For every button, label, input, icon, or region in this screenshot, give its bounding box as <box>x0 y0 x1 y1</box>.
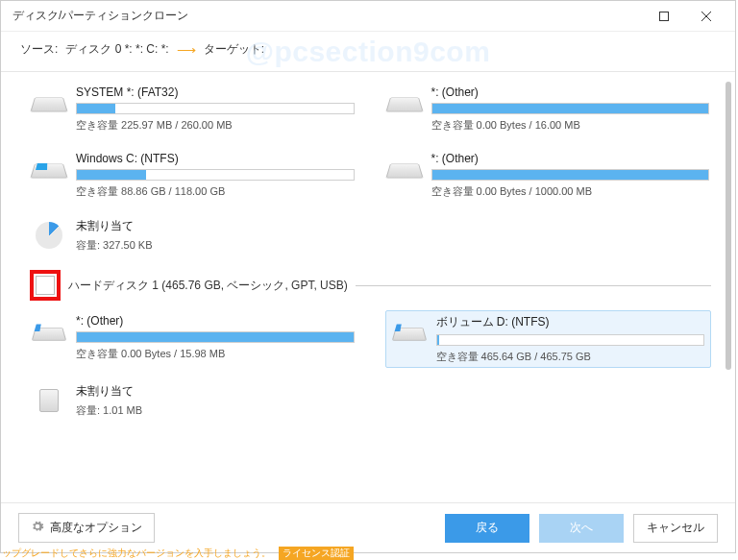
cancel-button[interactable]: キャンセル <box>633 514 718 543</box>
partition-body: Windows C: (NTFS) 空き容量 88.86 GB / 118.00… <box>76 152 355 199</box>
window-title: ディスク/パーティションクローン <box>9 8 643 24</box>
partition-d1-1[interactable]: ボリューム D: (NTFS) 空き容量 465.64 GB / 465.75 … <box>385 310 712 368</box>
partition-info: 容量: 1.01 MB <box>76 403 355 418</box>
partition-icon <box>392 316 427 345</box>
partition-d1-0[interactable]: *: (Other) 空き容量 0.00 Bytes / 15.98 MB <box>30 310 357 368</box>
svg-rect-0 <box>660 12 669 20</box>
arrow-right-icon: ⟶ <box>177 42 196 58</box>
usage-bar <box>76 331 355 343</box>
source-value: ディスク 0 *: *: C: *: <box>65 41 168 58</box>
disk1-header: ハードディスク 1 (465.76 GB, ベーシック, GPT, USB) <box>30 270 711 301</box>
scrollbar-thumb[interactable] <box>726 82 731 370</box>
partition-icon <box>32 154 66 183</box>
partition-info: 空き容量 0.00 Bytes / 1000.00 MB <box>431 184 710 199</box>
partition-body: 未割り当て 容量: 1.01 MB <box>76 383 355 418</box>
usage-bar <box>436 334 705 346</box>
partition-info: 空き容量 88.86 GB / 118.00 GB <box>76 184 355 199</box>
partition-top-2[interactable]: Windows C: (NTFS) 空き容量 88.86 GB / 118.00… <box>30 148 357 203</box>
advanced-options-button[interactable]: 高度なオプション <box>18 513 155 543</box>
source-label: ソース: <box>20 41 58 58</box>
footer: 高度なオプション 戻る 次へ キャンセル <box>1 502 735 552</box>
usage-bar <box>76 169 355 181</box>
partition-info: 空き容量 465.64 GB / 465.75 GB <box>436 350 705 364</box>
next-button[interactable]: 次へ <box>539 514 624 543</box>
partition-name: 未割り当て <box>76 383 355 400</box>
target-label: ターゲット: <box>204 41 264 58</box>
partition-name: *: (Other) <box>76 314 355 328</box>
partition-icon <box>32 87 66 116</box>
usage-bar <box>431 169 710 181</box>
partition-icon <box>387 87 422 116</box>
divider <box>356 285 711 286</box>
partition-top-1[interactable]: *: (Other) 空き容量 0.00 Bytes / 16.00 MB <box>385 82 712 136</box>
partition-top-3[interactable]: *: (Other) 空き容量 0.00 Bytes / 1000.00 MB <box>385 148 712 203</box>
highlight-box <box>30 270 61 301</box>
partition-info: 空き容量 225.97 MB / 260.00 MB <box>76 118 355 133</box>
partition-body: *: (Other) 空き容量 0.00 Bytes / 16.00 MB <box>431 85 710 133</box>
partition-list: SYSTEM *: (FAT32) 空き容量 225.97 MB / 260.0… <box>1 72 735 502</box>
back-button[interactable]: 戻る <box>445 514 529 543</box>
partition-name: 未割り当て <box>76 218 355 234</box>
partition-top-0[interactable]: SYSTEM *: (FAT32) 空き容量 225.97 MB / 260.0… <box>30 82 357 136</box>
usage-fill <box>77 104 115 113</box>
close-icon <box>701 12 711 21</box>
partition-body: SYSTEM *: (FAT32) 空き容量 225.97 MB / 260.0… <box>76 85 355 133</box>
partition-name: *: (Other) <box>431 85 710 99</box>
upgrade-strip: ップグレードしてさらに強力なバージョンを入手しましょう。 ライセンス認証 <box>0 547 354 560</box>
upgrade-text: ップグレードしてさらに強力なバージョンを入手しましょう。 <box>2 547 271 560</box>
close-button[interactable] <box>685 2 727 31</box>
usage-fill <box>77 332 354 342</box>
partition-icon <box>32 385 66 414</box>
maximize-button[interactable] <box>643 2 685 31</box>
disk1-checkbox[interactable] <box>36 276 55 295</box>
partition-body: ボリューム D: (NTFS) 空き容量 465.64 GB / 465.75 … <box>436 314 705 364</box>
dialog-window: ディスク/パーティションクローン @pcsection9com ソース: ディス… <box>0 0 736 553</box>
partition-info: 空き容量 0.00 Bytes / 15.98 MB <box>76 347 355 361</box>
partition-name: Windows C: (NTFS) <box>76 152 355 165</box>
license-tag[interactable]: ライセンス認証 <box>279 547 354 560</box>
usage-bar <box>76 103 355 114</box>
partition-name: ボリューム D: (NTFS) <box>436 314 705 330</box>
partition-top-4[interactable]: 未割り当て 容量: 327.50 KB <box>30 214 357 256</box>
partition-icon <box>32 220 66 249</box>
partition-d1-2[interactable]: 未割り当て 容量: 1.01 MB <box>30 379 357 422</box>
advanced-label: 高度なオプション <box>50 520 142 536</box>
partition-info: 容量: 327.50 KB <box>76 238 355 253</box>
titlebar: ディスク/パーティションクローン <box>1 1 735 32</box>
usage-fill <box>77 170 146 180</box>
gear-icon <box>31 520 44 536</box>
watermark: @pcsection9com <box>246 36 491 68</box>
usage-fill <box>437 335 440 345</box>
disk1-label: ハードディスク 1 (465.76 GB, ベーシック, GPT, USB) <box>68 278 348 294</box>
usage-bar <box>431 103 710 114</box>
partition-body: 未割り当て 容量: 327.50 KB <box>76 218 355 253</box>
partition-info: 空き容量 0.00 Bytes / 16.00 MB <box>431 118 710 133</box>
partition-body: *: (Other) 空き容量 0.00 Bytes / 15.98 MB <box>76 314 355 364</box>
partition-icon <box>387 154 422 183</box>
square-icon <box>659 12 669 21</box>
usage-fill <box>432 104 709 113</box>
partition-name: *: (Other) <box>431 152 710 165</box>
partition-name: SYSTEM *: (FAT32) <box>76 85 355 99</box>
source-target-bar: @pcsection9com ソース: ディスク 0 *: *: C: *: ⟶… <box>1 32 735 72</box>
partition-body: *: (Other) 空き容量 0.00 Bytes / 1000.00 MB <box>431 152 710 199</box>
usage-fill <box>432 170 709 180</box>
partition-icon <box>32 316 66 345</box>
